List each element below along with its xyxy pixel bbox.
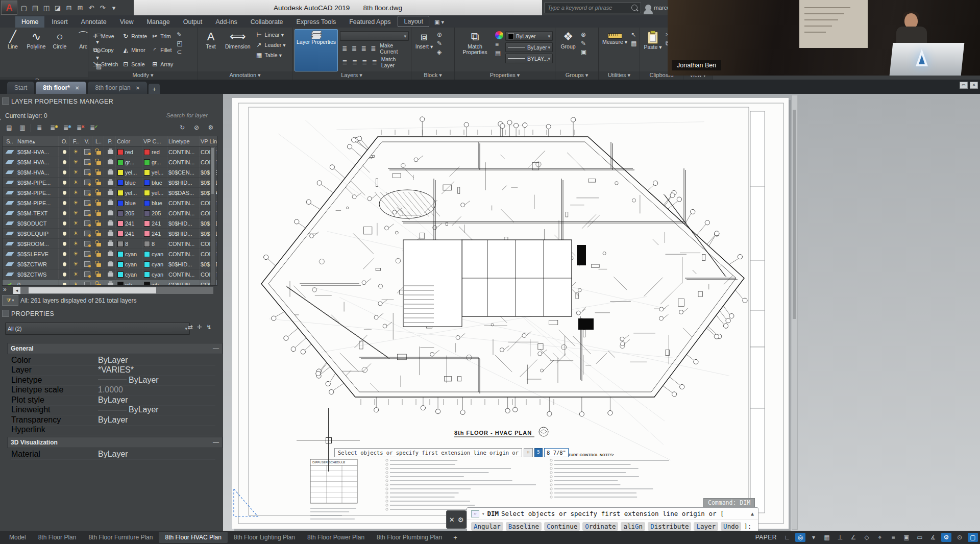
create-block-icon[interactable]: ⊕ — [437, 31, 442, 38]
vp-freeze-icon[interactable] — [84, 241, 90, 246]
close-tab-icon[interactable]: ✕ — [136, 85, 140, 91]
property-row-lineweight[interactable]: LineweightByLayer — [11, 405, 215, 416]
layer-on-icon[interactable] — [63, 252, 66, 256]
layer-freeze-icon[interactable]: ☀ — [74, 271, 79, 278]
layer-freeze-icon[interactable]: ☀ — [74, 200, 79, 206]
print-icon[interactable]: ⊞ — [75, 2, 86, 13]
open-icon[interactable]: ▤ — [30, 2, 41, 13]
column-header-vpc[interactable]: VP C... — [142, 136, 167, 146]
match-properties-button[interactable]: ⧉Match Properties — [457, 29, 493, 71]
quick-select-icon[interactable]: ↯ — [206, 324, 211, 331]
erase-icon[interactable]: ✎ — [177, 31, 182, 38]
snap-dropdown-icon[interactable]: ▾ — [808, 533, 819, 542]
close-window-icon[interactable]: ✕ — [970, 82, 978, 89]
tool-scale[interactable]: ⊡Scale — [120, 57, 149, 71]
lineweight-display-icon[interactable]: ≡ — [888, 533, 898, 542]
selection-cycling-icon[interactable]: ▭ — [915, 533, 925, 542]
layer-freeze-icon[interactable]: ☀ — [74, 210, 79, 216]
polar-tracking-icon[interactable]: ∠ — [848, 533, 859, 542]
ribbon-tab-home[interactable]: Home — [15, 16, 44, 28]
grid-icon[interactable]: ▦ — [822, 533, 832, 542]
layer-on-icon[interactable] — [63, 221, 66, 225]
layer-row[interactable]: $0$M-HVA...☀gr...gr...CONTIN...CONTIN... — [3, 157, 217, 167]
ribbon-tab-annotate[interactable]: Annotate — [75, 16, 113, 28]
linetype-list-icon[interactable]: ≡ — [495, 41, 503, 48]
paper-space-label[interactable]: PAPER — [755, 534, 777, 541]
layer-row[interactable]: $0$ROOM...☀88CONTIN...CONTIN... — [3, 239, 217, 249]
layout-tab-8th-floor-power-plan[interactable]: 8th Floor Power Plan — [301, 532, 371, 543]
vp-freeze-icon[interactable] — [84, 271, 90, 277]
layer-on-icon[interactable] — [63, 211, 66, 215]
toggle-pickadd-icon[interactable]: ⇄ — [188, 324, 193, 331]
media-panel-icon[interactable]: ▣ ▾ — [430, 17, 448, 28]
command-option-layer[interactable]: Layer — [694, 522, 718, 531]
tool-copy[interactable]: ⧉Copy — [90, 43, 119, 58]
layer-states-icon[interactable]: ≣ — [34, 123, 44, 132]
layer-freeze-icon[interactable]: ☀ — [74, 240, 79, 247]
bottom-chevron-icon[interactable]: » — [3, 286, 7, 293]
delete-layer-icon[interactable]: ≣✖ — [74, 123, 84, 132]
column-header-l[interactable]: L.. — [92, 136, 104, 146]
paste-button[interactable]: Paste ▾ — [642, 29, 664, 71]
property-row-color[interactable]: ColorByLayer — [11, 355, 215, 366]
layout-tab-8th-floor-plumbing-plan[interactable]: 8th Floor Plumbing Plan — [371, 532, 448, 543]
snap-mode-icon[interactable]: ◎ — [795, 533, 805, 542]
layer-lock-icon[interactable] — [96, 222, 101, 226]
layout-tab-8th-floor-hvac-plan[interactable]: 8th Floor HVAC Plan — [159, 532, 228, 543]
redo-icon[interactable]: ↷ — [97, 2, 108, 13]
layer-on-icon[interactable] — [63, 201, 66, 205]
layer-lock-icon[interactable] — [96, 284, 101, 286]
drawing-canvas[interactable]: 8th FLOOR - HVAC PLANMECHANICAL DEMOLITI… — [223, 94, 980, 531]
layer-row[interactable]: $0$M-HVA...☀yel...yel...$0$CEN...$0$CEN.… — [3, 167, 217, 178]
layer-row[interactable]: $0$M-PIPE...☀blueblueCONTIN...CONTIN... — [3, 198, 217, 208]
vp-freeze-icon[interactable] — [84, 169, 90, 175]
ribbon-tab-add-ins[interactable]: Add-ins — [209, 16, 243, 28]
vp-freeze-icon[interactable] — [84, 220, 90, 226]
property-row-material[interactable]: MaterialByLayer — [11, 449, 215, 460]
column-header-color[interactable]: Color — [116, 136, 142, 146]
layer-plot-icon[interactable] — [108, 211, 113, 215]
ribbon-tab-layout[interactable]: Layout — [398, 16, 429, 27]
command-option-continue[interactable]: Continue — [544, 522, 580, 531]
vp-freeze-icon[interactable] — [84, 149, 90, 155]
layer-plot-icon[interactable] — [108, 252, 113, 256]
layer-on-icon[interactable] — [63, 273, 66, 276]
layer-lock-icon[interactable] — [96, 151, 101, 155]
tool-table[interactable]: ▦Table ▾ — [254, 52, 287, 59]
layer-row[interactable]: $0$ZCTWR☀cyancyan$0$HID...$0$HID... — [3, 259, 217, 269]
search-filter-icon[interactable]: ⊘ — [191, 123, 202, 132]
vp-freeze-icon[interactable] — [84, 261, 90, 267]
property-row-plot-style[interactable]: Plot styleByLayer — [11, 395, 215, 406]
column-header-vplinet[interactable]: VP Linet... — [200, 136, 217, 146]
group-select-icon[interactable]: ▣ — [581, 48, 586, 56]
ribbon-tab-output[interactable]: Output — [177, 16, 209, 28]
layer-lock-icon[interactable] — [96, 161, 101, 165]
command-line-window[interactable]: ▱ ▾ DIM Select objects or specify first … — [467, 507, 758, 533]
settings-icon[interactable]: ⚙ — [206, 123, 216, 132]
panel-label-layers[interactable]: Layers ▾ — [292, 71, 411, 80]
command-option-distribute[interactable]: Distribute — [648, 522, 691, 531]
search-input[interactable]: Type a keyword or phrase — [544, 2, 641, 13]
ribbon-tab-manage[interactable]: Manage — [141, 16, 176, 28]
customize-wrench-icon[interactable]: ⚙ — [458, 516, 464, 524]
tool-linear[interactable]: ⊢Linear ▾ — [254, 31, 287, 38]
select-objects-icon[interactable]: ✛ — [197, 324, 202, 331]
restore-window-icon[interactable]: ▭ — [960, 82, 968, 89]
qat-dropdown-icon[interactable]: ▾ — [108, 2, 119, 13]
vp-freeze-icon[interactable] — [84, 231, 90, 236]
layer-lock-icon[interactable] — [96, 233, 101, 236]
layer-plot-icon[interactable] — [108, 242, 113, 246]
layer-on-icon[interactable] — [63, 242, 66, 245]
ucs-icon[interactable]: ∟ — [782, 533, 792, 542]
layer-on-icon[interactable] — [63, 283, 66, 286]
tool-polyline[interactable]: ∿Polyline — [26, 29, 47, 77]
group-button[interactable]: ❖Group — [557, 29, 579, 71]
canvas-vertical-scrollbar[interactable] — [792, 95, 798, 530]
column-header-o[interactable]: O. — [59, 136, 70, 146]
explode-icon[interactable]: ◰ — [177, 40, 182, 47]
command-option-angular[interactable]: Angular — [471, 522, 503, 531]
new-layout-icon[interactable]: + — [448, 534, 462, 541]
layer-plot-icon[interactable] — [108, 232, 113, 236]
close-command-icon[interactable]: ✕ — [449, 516, 455, 524]
column-header-name[interactable]: Name ▴ — [16, 136, 59, 146]
